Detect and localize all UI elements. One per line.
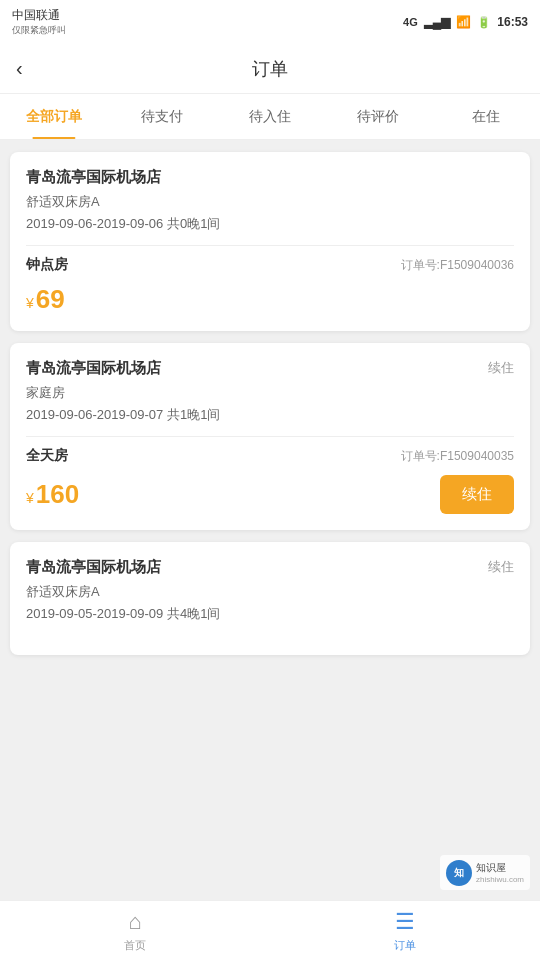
page-title: 订单 xyxy=(252,57,288,81)
nav-home[interactable]: ⌂ 首页 xyxy=(0,909,270,953)
price-2: ¥160 xyxy=(26,479,79,510)
carrier-sub: 仅限紧急呼叫 xyxy=(12,24,66,37)
nav-orders-label: 订单 xyxy=(394,938,416,953)
hotel-name-2: 青岛流亭国际机场店 xyxy=(26,359,161,378)
order-card-header-1: 青岛流亭国际机场店 xyxy=(26,168,514,187)
watermark-logo: 知 xyxy=(446,860,472,886)
status-label-2: 续住 xyxy=(488,359,514,377)
order-meta-2: 全天房 订单号:F1509040035 xyxy=(26,447,514,465)
order-card-3: 青岛流亭国际机场店 续住 舒适双床房A 2019-09-05-2019-09-0… xyxy=(10,542,530,655)
order-card-header-3: 青岛流亭国际机场店 续住 xyxy=(26,558,514,577)
order-footer-2: ¥160 续住 xyxy=(26,475,514,514)
signal-icon: 4G xyxy=(403,16,418,28)
order-meta-1: 钟点房 订单号:F1509040036 xyxy=(26,256,514,274)
nav-orders[interactable]: ☰ 订单 xyxy=(270,909,540,953)
room-tag-1: 钟点房 xyxy=(26,256,68,274)
carrier-name: 中国联通 xyxy=(12,7,66,24)
header: ‹ 订单 xyxy=(0,44,540,94)
room-type-1: 舒适双床房A xyxy=(26,193,514,211)
date-info-2: 2019-09-06-2019-09-07 共1晚1间 xyxy=(26,406,514,424)
hotel-name-1: 青岛流亭国际机场店 xyxy=(26,168,161,187)
status-label-3: 续住 xyxy=(488,558,514,576)
order-card-2: 青岛流亭国际机场店 续住 家庭房 2019-09-06-2019-09-07 共… xyxy=(10,343,530,530)
carrier-info: 中国联通 仅限紧急呼叫 xyxy=(12,7,66,37)
continue-stay-button-2[interactable]: 续住 xyxy=(440,475,514,514)
order-number-2: 订单号:F1509040035 xyxy=(401,448,514,465)
tab-staying[interactable]: 在住 xyxy=(432,94,540,139)
watermark-text: 知识屋 zhishiwu.com xyxy=(476,861,524,884)
room-type-3: 舒适双床房A xyxy=(26,583,514,601)
price-symbol-2: ¥ xyxy=(26,490,34,506)
battery-icon: 🔋 xyxy=(477,16,491,29)
wifi-icon: 📶 xyxy=(456,15,471,29)
price-symbol-1: ¥ xyxy=(26,295,34,311)
watermark: 知 知识屋 zhishiwu.com xyxy=(440,855,530,890)
price-1: ¥69 xyxy=(26,284,65,315)
hotel-name-3: 青岛流亭国际机场店 xyxy=(26,558,161,577)
order-tabs: 全部订单 待支付 待入住 待评价 在住 xyxy=(0,94,540,140)
order-card-1: 青岛流亭国际机场店 舒适双床房A 2019-09-06-2019-09-06 共… xyxy=(10,152,530,331)
order-footer-1: ¥69 xyxy=(26,284,514,315)
home-icon: ⌂ xyxy=(128,909,141,935)
back-button[interactable]: ‹ xyxy=(16,57,23,80)
order-number-1: 订单号:F1509040036 xyxy=(401,257,514,274)
tab-pending-checkin[interactable]: 待入住 xyxy=(216,94,324,139)
signal-bars-icon: ▂▄▆ xyxy=(424,15,451,29)
nav-home-label: 首页 xyxy=(124,938,146,953)
date-info-3: 2019-09-05-2019-09-09 共4晚1间 xyxy=(26,605,514,623)
clock: 16:53 xyxy=(497,15,528,29)
order-list: 青岛流亭国际机场店 舒适双床房A 2019-09-06-2019-09-06 共… xyxy=(0,140,540,840)
status-bar: 中国联通 仅限紧急呼叫 4G ▂▄▆ 📶 🔋 16:53 xyxy=(0,0,540,44)
divider-2 xyxy=(26,436,514,437)
orders-icon: ☰ xyxy=(395,909,415,935)
order-card-header-2: 青岛流亭国际机场店 续住 xyxy=(26,359,514,378)
status-right: 4G ▂▄▆ 📶 🔋 16:53 xyxy=(403,15,528,29)
room-tag-2: 全天房 xyxy=(26,447,68,465)
room-type-2: 家庭房 xyxy=(26,384,514,402)
bottom-nav: ⌂ 首页 ☰ 订单 xyxy=(0,900,540,960)
divider-1 xyxy=(26,245,514,246)
tab-pending-pay[interactable]: 待支付 xyxy=(108,94,216,139)
tab-all-orders[interactable]: 全部订单 xyxy=(0,94,108,139)
date-info-1: 2019-09-06-2019-09-06 共0晚1间 xyxy=(26,215,514,233)
tab-pending-review[interactable]: 待评价 xyxy=(324,94,432,139)
